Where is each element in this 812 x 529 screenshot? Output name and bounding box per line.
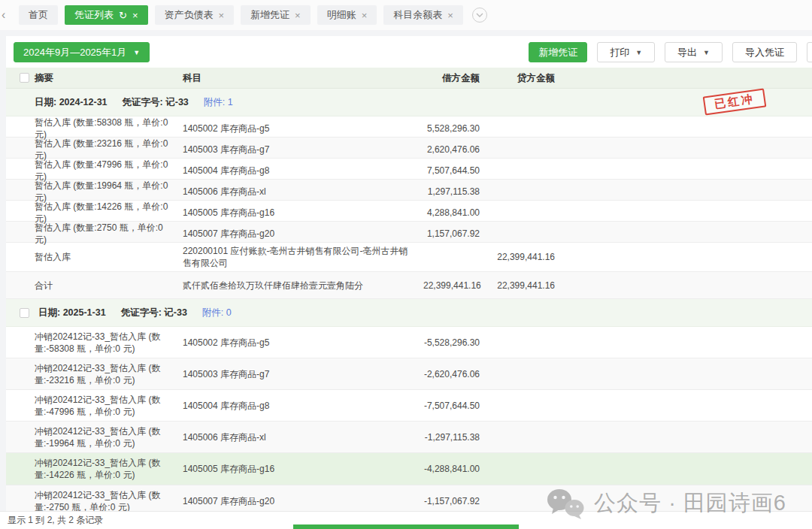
table-row[interactable]: 冲销202412记-33_暂估入库 (数量:-23216 瓶，单价:0 元) 1… — [6, 358, 812, 390]
row-summary: 冲销202412记-33_暂估入库 (数量:-14226 瓶，单价:0 元) — [35, 457, 183, 481]
tab-scroll-left-icon[interactable]: ‹ — [2, 8, 12, 22]
row-summary: 冲销202412记-33_暂估入库 (数量:-47996 瓶，单价:0 元) — [35, 394, 183, 418]
caret-down-icon: ▼ — [133, 49, 140, 56]
select-all-checkbox[interactable] — [20, 73, 29, 83]
print-label: 打印 — [610, 46, 629, 59]
tab-detail-ledger[interactable]: 明细账 × — [317, 5, 377, 25]
close-icon[interactable]: × — [362, 11, 368, 20]
row-summary: 冲销202412记-33_暂估入库 (数量:-19964 瓶，单价:0 元) — [35, 425, 183, 449]
voucher-date: 日期: 2025-1-31 — [38, 307, 106, 319]
tab-balance-sheet[interactable]: 资产负债表 × — [155, 5, 235, 25]
close-icon[interactable]: × — [447, 11, 453, 20]
refresh-icon[interactable]: ↻ — [119, 11, 127, 20]
row-subject: 1405002 库存商品-g5 — [183, 337, 423, 349]
row-debit: 1,297,115.38 — [423, 186, 487, 198]
row-summary: 冲销202412记-33_暂估入库 (数量:-2750 瓶，单价:0 元) — [35, 489, 183, 511]
tab-account-balance[interactable]: 科目余额表 × — [383, 5, 463, 25]
row-debit: -4,288,841.00 — [423, 463, 487, 475]
caret-down-icon: ▼ — [635, 49, 642, 56]
table-row[interactable]: 冲销202412记-33_暂估入库 (数量:-19964 瓶，单价:0 元) 1… — [6, 422, 812, 453]
row-subject: 1405004 库存商品-g8 — [183, 165, 423, 177]
caret-down-icon: ▼ — [703, 49, 710, 56]
export-label: 导出 — [677, 46, 697, 59]
row-subject: 1405003 库存商品-g7 — [183, 144, 423, 156]
table-row[interactable]: 冲销202412记-33_暂估入库 (数量:-2750 瓶，单价:0 元) 14… — [6, 485, 812, 511]
select-voucher-checkbox[interactable] — [20, 308, 29, 318]
row-debit: 2,620,476.06 — [423, 144, 487, 156]
tab-new-voucher[interactable]: 新增凭证 × — [241, 5, 311, 25]
table-row-hovered[interactable]: 冲销202412记-33_暂估入库 (数量:-14226 瓶，单价:0 元) 1… — [6, 453, 812, 485]
row-subject: 1405007 库存商品-g20 — [183, 495, 423, 507]
close-icon[interactable]: × — [295, 11, 301, 20]
print-button[interactable]: 打印 ▼ — [597, 42, 655, 62]
col-credit: 贷方金额 — [487, 72, 562, 84]
table-row[interactable]: 冲销202412记-33_暂估入库 (数量:-58308 瓶，单价:0 元) 1… — [6, 327, 812, 358]
tab-label: 明细账 — [327, 8, 356, 22]
voucher-no: 凭证字号: 记-33 — [121, 307, 187, 319]
row-summary: 冲销202412记-33_暂估入库 (数量:-23216 瓶，单价:0 元) — [35, 362, 183, 386]
total-credit: 22,399,441.16 — [487, 280, 562, 292]
tab-label: 资产负债表 — [165, 8, 214, 22]
table-row[interactable]: 暂估入库 (数量:2750 瓶，单价:0 元) 1405007 库存商品-g20… — [6, 222, 812, 243]
attachment-link[interactable]: 附件: 1 — [204, 96, 233, 109]
close-icon[interactable]: × — [132, 11, 138, 20]
voucher-group-header[interactable]: 日期: 2024-12-31 凭证字号: 记-33 附件: 1 已红冲 — [6, 89, 812, 116]
row-summary: 冲销202412记-33_暂估入库 (数量:-58308 瓶，单价:0 元) — [35, 331, 183, 355]
total-debit: 22,399,441.16 — [423, 280, 487, 292]
row-summary: 暂估入库 — [35, 251, 183, 263]
row-credit: 22,399,441.16 — [487, 251, 562, 263]
tab-label: 首页 — [29, 8, 48, 22]
date-range-label: 2024年9月—2025年1月 — [23, 46, 126, 59]
voucher-group-header[interactable]: 日期: 2025-1-31 凭证字号: 记-33 附件: 0 — [6, 299, 812, 327]
table-row[interactable]: 暂估入库 (数量:23216 瓶，单价:0 元) 1405003 库存商品-g7… — [6, 138, 812, 159]
chevron-down-circle-icon[interactable] — [472, 8, 487, 23]
table-row[interactable]: 暂估入库 220200101 应付账款-亳州古井销售有限公司-亳州古井销售有限公… — [6, 243, 812, 272]
toolbar-actions: 新增凭证 打印 ▼ 导出 ▼ 导入凭证 整 — [529, 42, 812, 62]
bottom-green-bar — [293, 524, 519, 529]
total-row: 合计 贰仟贰佰叁拾玖万玖仟肆佰肆拾壹元壹角陆分 22,399,441.16 22… — [6, 272, 812, 299]
row-debit: 4,288,841.00 — [423, 207, 487, 219]
row-subject: 1405004 库存商品-g8 — [183, 400, 423, 412]
tab-voucher-list[interactable]: 凭证列表 ↻ × — [65, 5, 148, 25]
row-subject: 1405006 库存商品-xl — [183, 186, 423, 198]
tab-label: 新增凭证 — [250, 8, 289, 22]
col-debit: 借方金额 — [423, 72, 487, 84]
row-subject: 1405005 库存商品-g16 — [183, 207, 423, 219]
row-debit: 5,528,296.30 — [423, 122, 487, 135]
total-in-words: 贰仟贰佰叁拾玖万玖仟肆佰肆拾壹元壹角陆分 — [183, 280, 423, 292]
row-subject: 1405007 库存商品-g20 — [183, 228, 423, 240]
voucher-no: 凭证字号: 记-33 — [123, 96, 189, 109]
tab-home[interactable]: 首页 — [19, 5, 58, 25]
row-debit: -1,157,067.92 — [423, 495, 487, 507]
new-voucher-button[interactable]: 新增凭证 — [529, 42, 587, 62]
row-debit: 7,507,644.50 — [423, 165, 487, 177]
close-icon[interactable]: × — [219, 11, 225, 20]
table-row[interactable]: 暂估入库 (数量:58308 瓶，单价:0 元) 1405002 库存商品-g5… — [6, 116, 812, 138]
tab-label: 科目余额表 — [393, 8, 442, 22]
row-subject: 220200101 应付账款-亳州古井销售有限公司-亳州古井销售有限公司 — [183, 245, 423, 269]
table-row[interactable]: 暂估入库 (数量:47996 瓶，单价:0 元) 1405004 库存商品-g8… — [6, 159, 812, 180]
row-debit: -5,528,296.30 — [423, 337, 487, 349]
tidy-button[interactable]: 整 — [807, 42, 812, 62]
date-range-button[interactable]: 2024年9月—2025年1月 ▼ — [14, 42, 150, 62]
table-header-row: 摘要 科目 借方金额 贷方金额 — [6, 68, 812, 89]
voucher-list-panel: 2024年9月—2025年1月 ▼ 新增凭证 打印 ▼ 导出 ▼ 导入凭证 — [6, 36, 812, 511]
table-row[interactable]: 冲销202412记-33_暂估入库 (数量:-47996 瓶，单价:0 元) 1… — [6, 390, 812, 422]
row-debit: 1,157,067.92 — [423, 228, 487, 240]
red-flush-stamp: 已红冲 — [703, 88, 767, 115]
tab-bar: ‹ 首页 凭证列表 ↻ × 资产负债表 × 新增凭证 × 明细账 × 科目余额表… — [0, 0, 812, 30]
record-count-text: 显示 1 到 2, 共 2 条记录 — [8, 515, 103, 525]
row-subject: 1405006 库存商品-xl — [183, 431, 423, 443]
import-voucher-button[interactable]: 导入凭证 — [732, 42, 797, 62]
export-button[interactable]: 导出 ▼ — [665, 42, 723, 62]
attachment-link[interactable]: 附件: 0 — [202, 307, 232, 319]
col-subject: 科目 — [183, 72, 423, 84]
row-subject: 1405003 库存商品-g7 — [183, 368, 423, 380]
row-subject: 1405005 库存商品-g16 — [183, 463, 423, 475]
table-row[interactable]: 暂估入库 (数量:19964 瓶，单价:0 元) 1405006 库存商品-xl… — [6, 180, 812, 201]
row-debit: -2,620,476.06 — [423, 368, 487, 380]
import-voucher-label: 导入凭证 — [745, 46, 784, 59]
voucher-list-page: ‹ 首页 凭证列表 ↻ × 资产负债表 × 新增凭证 × 明细账 × 科目余额表… — [0, 0, 812, 529]
table-row[interactable]: 暂估入库 (数量:14226 瓶，单价:0 元) 1405005 库存商品-g1… — [6, 201, 812, 222]
row-debit: -1,297,115.38 — [423, 431, 487, 443]
